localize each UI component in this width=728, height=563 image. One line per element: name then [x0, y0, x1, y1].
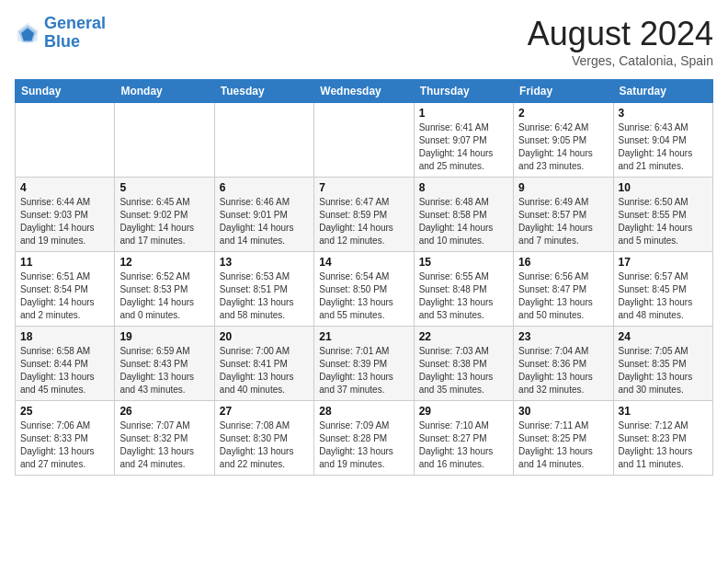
calendar-week-2: 4Sunrise: 6:44 AM Sunset: 9:03 PM Daylig…: [16, 178, 713, 252]
calendar-cell: 26Sunrise: 7:07 AM Sunset: 8:32 PM Dayli…: [115, 401, 214, 476]
day-number: 4: [20, 181, 109, 194]
calendar-cell: 29Sunrise: 7:10 AM Sunset: 8:27 PM Dayli…: [414, 401, 513, 476]
day-info: Sunrise: 7:00 AM Sunset: 8:41 PM Dayligh…: [220, 345, 309, 396]
day-info: Sunrise: 6:53 AM Sunset: 8:51 PM Dayligh…: [220, 270, 309, 322]
day-info: Sunrise: 7:11 AM Sunset: 8:25 PM Dayligh…: [518, 419, 608, 471]
day-number: 16: [518, 256, 608, 269]
day-number: 18: [20, 330, 109, 343]
calendar-cell: 4Sunrise: 6:44 AM Sunset: 9:03 PM Daylig…: [16, 178, 115, 252]
calendar-cell: 8Sunrise: 6:48 AM Sunset: 8:58 PM Daylig…: [414, 178, 513, 252]
day-info: Sunrise: 6:59 AM Sunset: 8:43 PM Dayligh…: [119, 345, 209, 396]
day-info: Sunrise: 7:08 AM Sunset: 8:30 PM Dayligh…: [220, 419, 309, 471]
calendar-header-row: SundayMondayTuesdayWednesdayThursdayFrid…: [16, 80, 713, 103]
day-info: Sunrise: 6:44 AM Sunset: 9:03 PM Dayligh…: [20, 196, 109, 247]
day-info: Sunrise: 6:41 AM Sunset: 9:07 PM Dayligh…: [419, 121, 508, 173]
day-info: Sunrise: 7:01 AM Sunset: 8:39 PM Dayligh…: [319, 345, 408, 396]
day-number: 30: [518, 405, 608, 418]
calendar-cell: 13Sunrise: 6:53 AM Sunset: 8:51 PM Dayli…: [214, 252, 313, 327]
day-info: Sunrise: 7:04 AM Sunset: 8:36 PM Dayligh…: [518, 345, 608, 396]
day-number: 29: [419, 405, 508, 418]
weekday-header-tuesday: Tuesday: [214, 80, 313, 103]
day-number: 22: [419, 330, 508, 343]
day-number: 8: [419, 181, 508, 194]
weekday-header-saturday: Saturday: [613, 80, 712, 103]
weekday-header-wednesday: Wednesday: [314, 80, 414, 103]
weekday-header-monday: Monday: [115, 80, 214, 103]
location: Verges, Catalonia, Spain: [528, 53, 713, 68]
calendar-cell: 22Sunrise: 7:03 AM Sunset: 8:38 PM Dayli…: [414, 327, 513, 401]
day-number: 27: [220, 405, 309, 418]
day-info: Sunrise: 6:56 AM Sunset: 8:47 PM Dayligh…: [518, 270, 608, 322]
day-number: 1: [419, 107, 508, 120]
calendar-cell: 5Sunrise: 6:45 AM Sunset: 9:02 PM Daylig…: [115, 178, 214, 252]
day-info: Sunrise: 6:57 AM Sunset: 8:45 PM Dayligh…: [619, 270, 708, 322]
weekday-header-thursday: Thursday: [414, 80, 513, 103]
day-info: Sunrise: 7:09 AM Sunset: 8:28 PM Dayligh…: [319, 419, 408, 471]
calendar-cell: 19Sunrise: 6:59 AM Sunset: 8:43 PM Dayli…: [115, 327, 214, 401]
calendar-cell: [214, 103, 313, 178]
calendar-week-4: 18Sunrise: 6:58 AM Sunset: 8:44 PM Dayli…: [16, 327, 713, 401]
day-number: 23: [518, 330, 608, 343]
day-number: 2: [518, 107, 608, 120]
day-number: 6: [220, 181, 309, 194]
calendar-cell: 30Sunrise: 7:11 AM Sunset: 8:25 PM Dayli…: [514, 401, 613, 476]
logo: General Blue: [15, 15, 106, 52]
day-number: 13: [220, 256, 309, 269]
day-number: 15: [419, 256, 508, 269]
weekday-header-friday: Friday: [514, 80, 613, 103]
day-info: Sunrise: 6:51 AM Sunset: 8:54 PM Dayligh…: [20, 270, 109, 322]
day-info: Sunrise: 7:12 AM Sunset: 8:23 PM Dayligh…: [619, 419, 708, 471]
calendar-cell: [115, 103, 214, 178]
day-number: 28: [319, 405, 408, 418]
calendar-cell: 1Sunrise: 6:41 AM Sunset: 9:07 PM Daylig…: [414, 103, 513, 178]
calendar-cell: 11Sunrise: 6:51 AM Sunset: 8:54 PM Dayli…: [16, 252, 115, 327]
calendar-cell: [16, 103, 115, 178]
calendar-week-1: 1Sunrise: 6:41 AM Sunset: 9:07 PM Daylig…: [16, 103, 713, 178]
day-number: 25: [20, 405, 109, 418]
day-number: 12: [119, 256, 209, 269]
day-info: Sunrise: 7:06 AM Sunset: 8:33 PM Dayligh…: [20, 419, 109, 471]
day-info: Sunrise: 6:43 AM Sunset: 9:04 PM Dayligh…: [619, 121, 708, 173]
calendar-cell: 14Sunrise: 6:54 AM Sunset: 8:50 PM Dayli…: [314, 252, 414, 327]
calendar-cell: 28Sunrise: 7:09 AM Sunset: 8:28 PM Dayli…: [314, 401, 414, 476]
day-number: 21: [319, 330, 408, 343]
calendar-cell: 25Sunrise: 7:06 AM Sunset: 8:33 PM Dayli…: [16, 401, 115, 476]
day-info: Sunrise: 7:10 AM Sunset: 8:27 PM Dayligh…: [419, 419, 508, 471]
day-number: 10: [619, 181, 708, 194]
day-info: Sunrise: 6:52 AM Sunset: 8:53 PM Dayligh…: [119, 270, 209, 322]
logo-line2: Blue: [44, 32, 80, 51]
day-info: Sunrise: 6:49 AM Sunset: 8:57 PM Dayligh…: [518, 196, 608, 247]
day-info: Sunrise: 7:03 AM Sunset: 8:38 PM Dayligh…: [419, 345, 508, 396]
day-number: 11: [20, 256, 109, 269]
day-number: 24: [619, 330, 708, 343]
day-number: 7: [319, 181, 408, 194]
calendar-cell: 20Sunrise: 7:00 AM Sunset: 8:41 PM Dayli…: [214, 327, 313, 401]
day-number: 17: [619, 256, 708, 269]
month-title: August 2024: [528, 15, 713, 53]
logo-icon: [15, 20, 40, 46]
calendar-week-3: 11Sunrise: 6:51 AM Sunset: 8:54 PM Dayli…: [16, 252, 713, 327]
calendar-cell: 7Sunrise: 6:47 AM Sunset: 8:59 PM Daylig…: [314, 178, 414, 252]
calendar-cell: 17Sunrise: 6:57 AM Sunset: 8:45 PM Dayli…: [613, 252, 712, 327]
calendar-cell: 23Sunrise: 7:04 AM Sunset: 8:36 PM Dayli…: [514, 327, 613, 401]
calendar-cell: 27Sunrise: 7:08 AM Sunset: 8:30 PM Dayli…: [214, 401, 313, 476]
day-info: Sunrise: 6:45 AM Sunset: 9:02 PM Dayligh…: [119, 196, 209, 247]
calendar-cell: 18Sunrise: 6:58 AM Sunset: 8:44 PM Dayli…: [16, 327, 115, 401]
day-info: Sunrise: 7:05 AM Sunset: 8:35 PM Dayligh…: [619, 345, 708, 396]
calendar-cell: 10Sunrise: 6:50 AM Sunset: 8:55 PM Dayli…: [613, 178, 712, 252]
day-info: Sunrise: 6:58 AM Sunset: 8:44 PM Dayligh…: [20, 345, 109, 396]
calendar-cell: 2Sunrise: 6:42 AM Sunset: 9:05 PM Daylig…: [514, 103, 613, 178]
calendar-cell: 24Sunrise: 7:05 AM Sunset: 8:35 PM Dayli…: [613, 327, 712, 401]
calendar-cell: 16Sunrise: 6:56 AM Sunset: 8:47 PM Dayli…: [514, 252, 613, 327]
calendar-cell: 21Sunrise: 7:01 AM Sunset: 8:39 PM Dayli…: [314, 327, 414, 401]
logo-text: General Blue: [44, 15, 106, 52]
day-info: Sunrise: 6:55 AM Sunset: 8:48 PM Dayligh…: [419, 270, 508, 322]
calendar-week-5: 25Sunrise: 7:06 AM Sunset: 8:33 PM Dayli…: [16, 401, 713, 476]
day-info: Sunrise: 6:47 AM Sunset: 8:59 PM Dayligh…: [319, 196, 408, 247]
day-info: Sunrise: 7:07 AM Sunset: 8:32 PM Dayligh…: [119, 419, 209, 471]
calendar-cell: 12Sunrise: 6:52 AM Sunset: 8:53 PM Dayli…: [115, 252, 214, 327]
calendar-cell: 3Sunrise: 6:43 AM Sunset: 9:04 PM Daylig…: [613, 103, 712, 178]
page-header: General Blue August 2024 Verges, Catalon…: [15, 15, 713, 68]
day-number: 26: [119, 405, 209, 418]
calendar-cell: 9Sunrise: 6:49 AM Sunset: 8:57 PM Daylig…: [514, 178, 613, 252]
